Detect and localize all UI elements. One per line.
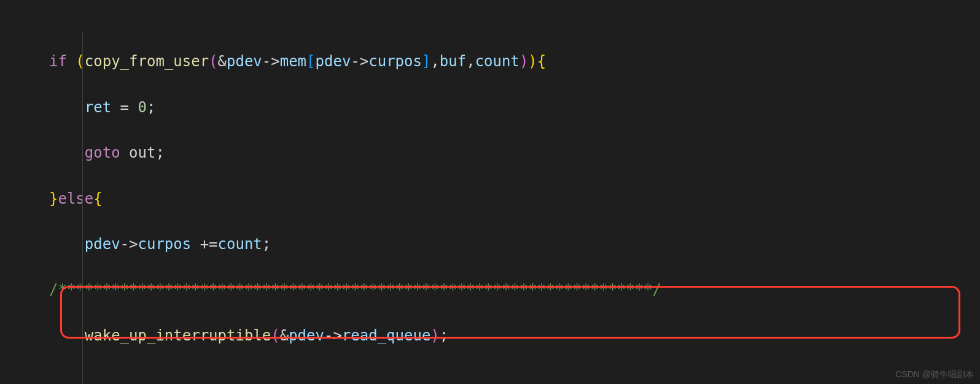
code-line: if (copy_from_user(&pdev->mem[pdev->curp… — [49, 50, 980, 73]
keyword-else: else — [58, 190, 93, 207]
code-line: }else{ — [49, 188, 980, 210]
fn-wake-up-interruptible: wake_up_interruptible — [85, 327, 271, 344]
keyword-goto: goto — [85, 144, 120, 161]
code-line: wake_up_interruptible(&pdev->read_queue)… — [49, 324, 980, 347]
code-editor[interactable]: if (copy_from_user(&pdev->mem[pdev->curp… — [0, 5, 980, 384]
watermark-text: CSDN @骑牛唱剧本 — [895, 368, 974, 382]
code-line-comment: /***************************************… — [49, 278, 980, 301]
code-line: pdev->curpos +=count; — [49, 233, 980, 256]
code-line: ret = 0; — [49, 96, 980, 119]
keyword-if: if — [49, 53, 67, 70]
code-line: goto out; — [49, 142, 980, 164]
fn-copy-from-user: copy_from_user — [85, 53, 209, 70]
code-line-blank — [49, 370, 980, 384]
indent-guide — [82, 33, 83, 384]
